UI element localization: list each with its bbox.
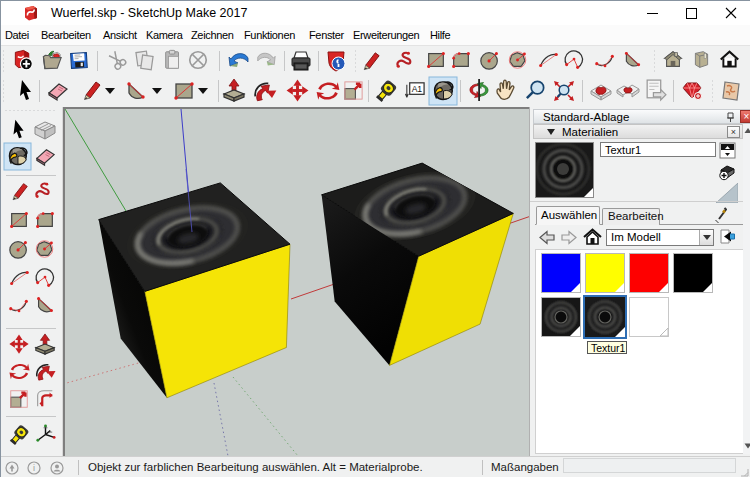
svg-text:i: i <box>33 463 35 473</box>
